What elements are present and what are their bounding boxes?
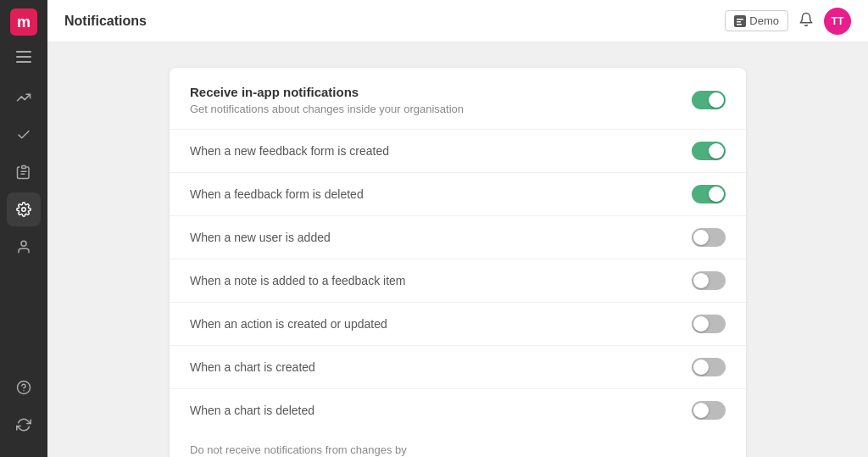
header-right: Demo TT — [725, 8, 851, 35]
notification-row: When a new feedback form is created — [170, 130, 746, 173]
receive-inapp-section: Receive in-app notifications Get notific… — [190, 85, 464, 115]
toggle-thumb — [709, 187, 724, 202]
notification-rows: When a new feedback form is createdWhen … — [170, 130, 746, 432]
sidebar-item-person[interactable] — [7, 230, 41, 264]
sidebar-item-refresh[interactable] — [7, 408, 41, 442]
toggle-thumb — [693, 359, 709, 375]
notification-row: When an action is created or updated — [170, 303, 746, 346]
toggle-thumb — [709, 143, 724, 159]
toggle-track — [692, 142, 726, 160]
sidebar-item-settings[interactable] — [7, 192, 41, 226]
footer-row: Do not receive notifications from change… — [170, 432, 746, 457]
notification-toggle-6[interactable] — [692, 401, 726, 420]
sidebar-bottom — [7, 371, 41, 442]
notification-toggle-0[interactable] — [692, 142, 726, 160]
bell-icon[interactable] — [798, 12, 814, 31]
demo-icon — [734, 15, 746, 27]
notification-row-label: When an action is created or updated — [190, 317, 387, 331]
svg-point-7 — [21, 241, 26, 246]
svg-rect-1 — [16, 56, 31, 58]
toggle-track — [692, 315, 726, 333]
svg-point-6 — [22, 208, 26, 212]
receive-inapp-title: Receive in-app notifications — [190, 85, 464, 99]
notification-toggle-4[interactable] — [692, 315, 726, 333]
notification-toggle-5[interactable] — [692, 358, 726, 376]
sidebar-nav — [7, 81, 41, 371]
sidebar-item-trend[interactable] — [7, 81, 41, 114]
notification-row-label: When a chart is created — [190, 360, 315, 374]
menu-icon[interactable] — [16, 49, 31, 67]
toggle-thumb — [693, 273, 709, 288]
sidebar-item-clipboard[interactable] — [7, 155, 41, 189]
svg-rect-13 — [737, 24, 742, 25]
sidebar-item-check[interactable] — [7, 118, 41, 152]
notification-row: When a note is added to a feedback item — [170, 259, 746, 303]
notification-row-label: When a feedback form is deleted — [190, 187, 364, 201]
notification-row-label: When a new feedback form is created — [190, 144, 389, 158]
toggle-thumb — [693, 403, 709, 418]
sidebar: m — [0, 0, 47, 457]
receive-inapp-toggle[interactable] — [692, 91, 726, 109]
notification-row-label: When a new user is added — [190, 231, 331, 244]
notification-row: When a feedback form is deleted — [170, 173, 746, 216]
svg-rect-0 — [16, 51, 31, 53]
notification-row: When a new user is added — [170, 216, 746, 259]
toggle-track — [692, 271, 726, 290]
demo-label: Demo — [749, 14, 779, 27]
svg-rect-3 — [22, 166, 26, 169]
notification-row-label: When a note is added to a feedback item — [190, 274, 406, 287]
notifications-card: Receive in-app notifications Get notific… — [170, 68, 746, 457]
svg-rect-12 — [737, 21, 741, 23]
page-title: Notifications — [64, 14, 147, 29]
notification-toggle-3[interactable] — [692, 271, 726, 290]
notification-row: When a chart is created — [170, 346, 746, 389]
avatar[interactable]: TT — [824, 8, 851, 35]
footer-label: Do not receive notifications from change… — [190, 443, 407, 456]
toggle-track — [692, 185, 726, 203]
toggle-thumb — [693, 316, 709, 332]
toggle-track — [692, 401, 726, 420]
toggle-track — [692, 358, 726, 376]
main-area: Notifications Demo TT — [47, 0, 868, 457]
content-area: Receive in-app notifications Get notific… — [47, 42, 868, 457]
svg-rect-11 — [737, 19, 743, 20]
notification-toggle-1[interactable] — [692, 185, 726, 203]
notification-row-label: When a chart is deleted — [190, 404, 314, 417]
toggle-thumb — [693, 230, 709, 245]
receive-inapp-row: Receive in-app notifications Get notific… — [170, 68, 746, 130]
receive-inapp-desc: Get notifications about changes inside y… — [190, 103, 464, 115]
sidebar-item-help[interactable] — [7, 371, 41, 404]
toggle-track — [692, 228, 726, 247]
toggle-track — [692, 91, 726, 109]
demo-badge[interactable]: Demo — [725, 10, 788, 31]
toggle-thumb — [709, 92, 724, 108]
header: Notifications Demo TT — [47, 0, 868, 42]
notification-toggle-2[interactable] — [692, 228, 726, 247]
notification-row: When a chart is deleted — [170, 389, 746, 432]
app-logo[interactable]: m — [10, 8, 37, 36]
svg-rect-2 — [16, 61, 31, 63]
